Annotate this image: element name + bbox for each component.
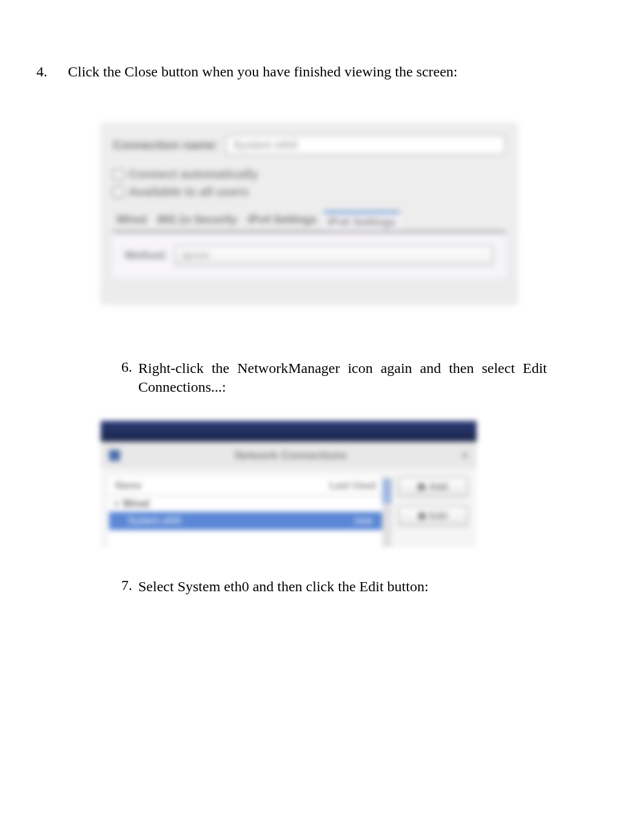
selected-last-used: now [355, 515, 372, 526]
connect-automatically-checkbox[interactable] [113, 169, 124, 180]
step-4-number: 4. [36, 64, 68, 80]
step-6-number: 6. [121, 359, 138, 375]
tab-8021x[interactable]: 802.1x Security [154, 211, 241, 231]
selected-name: System eth0 [127, 515, 181, 526]
step-7-number: 7. [121, 577, 138, 594]
tab-ipv6[interactable]: IPv6 Settings [324, 211, 400, 231]
connections-list[interactable]: Name Last Used Wired System eth0 now [109, 477, 382, 547]
connection-name-label: Connection name: [113, 138, 218, 152]
group-wired: Wired [122, 498, 149, 509]
step-6-text: Right-click the NetworkManager icon agai… [138, 359, 547, 397]
tab-wired[interactable]: Wired [113, 211, 150, 231]
method-value: Ignore [182, 250, 209, 261]
connection-name-value: System eth0 [233, 139, 297, 152]
window-title: Network Connections [120, 449, 461, 462]
method-label: Method: [125, 249, 167, 262]
connect-automatically-label: Connect automatically [129, 167, 258, 181]
add-button[interactable]: Add [398, 477, 468, 497]
window-icon [109, 450, 120, 461]
available-all-users-label: Available to all users [129, 185, 249, 199]
edit-button[interactable]: Edit [398, 506, 468, 526]
gear-icon [418, 512, 426, 520]
expand-icon[interactable] [115, 501, 119, 507]
available-all-users-checkbox[interactable] [113, 187, 124, 198]
window-titlebar [101, 421, 477, 441]
add-button-label: Add [429, 481, 448, 492]
screenshot-network-connections: Network Connections × Name Last Used Wir… [101, 421, 477, 547]
scrollbar[interactable] [382, 477, 392, 547]
method-select[interactable]: Ignore [175, 245, 494, 266]
step-7: 7. Select System eth0 and then click the… [36, 577, 608, 596]
close-icon[interactable]: × [461, 449, 468, 462]
step-6: 6. Right-click the NetworkManager icon a… [36, 359, 608, 397]
step-7-text: Select System eth0 and then click the Ed… [138, 577, 547, 596]
column-name: Name [115, 480, 142, 491]
column-last-used: Last Used [330, 480, 376, 491]
scrollbar-thumb[interactable] [382, 479, 392, 503]
edit-button-label: Edit [429, 511, 448, 521]
tab-ipv4[interactable]: IPv4 Settings [244, 211, 320, 231]
connection-name-input[interactable]: System eth0 [226, 135, 506, 155]
plus-icon [418, 483, 425, 491]
step-4-text: Click the Close button when you have fin… [68, 64, 608, 80]
screenshot-editing-connection: Connection name: System eth0 Connect aut… [101, 122, 518, 304]
step-4: 4. Click the Close button when you have … [36, 64, 608, 80]
list-item-selected[interactable]: System eth0 now [109, 512, 382, 530]
